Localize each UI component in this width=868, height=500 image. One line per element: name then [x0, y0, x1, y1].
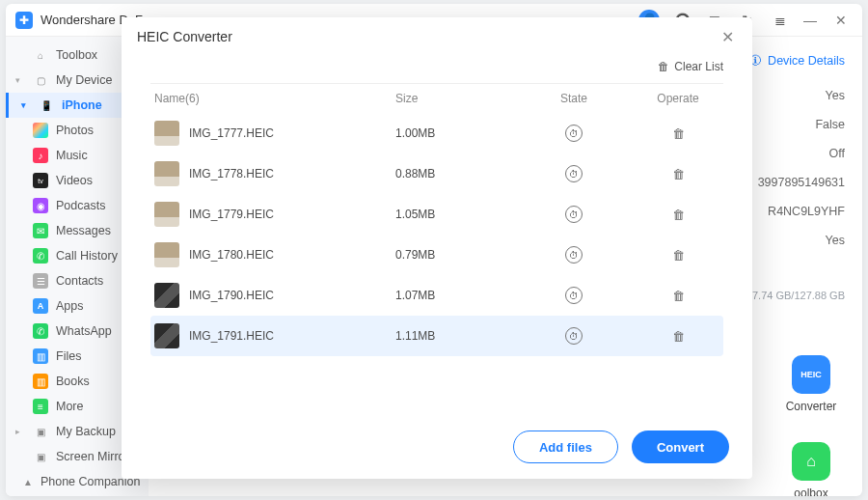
file-size: 1.05MB [395, 208, 511, 221]
file-thumbnail [154, 323, 179, 348]
sidebar-label: My Device [56, 73, 112, 87]
toolbox-icon [33, 47, 48, 63]
tool-label: Converter [777, 400, 845, 413]
sidebar-label: Books [56, 375, 90, 388]
device-detail-list: Yes False Off 3997895149631 R4NC9L9YHF Y… [758, 89, 845, 247]
table-header: Name(6) Size State Operate [150, 84, 723, 113]
col-state: State [511, 92, 637, 105]
sidebar-label: Call History [56, 249, 118, 263]
close-window-button[interactable]: ✕ [829, 9, 853, 32]
heic-icon [792, 355, 830, 394]
pending-state-icon [565, 125, 583, 142]
sidebar-label: Podcasts [56, 199, 105, 212]
sidebar-label: Files [56, 349, 81, 363]
file-table: Name(6) Size State Operate IMG_1777.HEIC… [150, 83, 723, 356]
delete-row-button[interactable] [669, 287, 687, 304]
col-size: Size [395, 92, 511, 105]
device-details-link[interactable]: Device Details [749, 54, 845, 68]
table-row[interactable]: IMG_1779.HEIC1.05MB [150, 194, 723, 235]
toolbox-card-icon [792, 442, 830, 481]
files-icon [33, 348, 48, 364]
file-name: IMG_1780.HEIC [189, 248, 274, 262]
sidebar-label: iPhone [62, 98, 102, 112]
detail-value: False [758, 118, 845, 131]
music-icon [33, 148, 48, 163]
minimize-button[interactable]: — [799, 9, 822, 32]
books-icon [33, 374, 48, 389]
file-name: IMG_1778.HEIC [189, 167, 274, 181]
file-size: 1.11MB [395, 329, 511, 343]
backup-icon [33, 424, 48, 439]
whatsapp-icon [33, 323, 48, 339]
table-row[interactable]: IMG_1791.HEIC1.11MB [150, 316, 723, 356]
tool-label: oolbox [777, 486, 845, 496]
table-row[interactable]: IMG_1780.HEIC0.79MB [150, 235, 723, 275]
more-icon [33, 399, 48, 414]
table-row[interactable]: IMG_1777.HEIC1.00MB [150, 113, 723, 153]
delete-row-button[interactable] [669, 165, 687, 182]
detail-value: Off [758, 147, 845, 160]
tool-card-toolbox[interactable]: oolbox [777, 442, 845, 496]
file-name: IMG_1777.HEIC [189, 126, 274, 140]
col-operate: Operate [637, 92, 719, 105]
iphone-icon [39, 97, 54, 113]
file-name: IMG_1790.HEIC [189, 289, 274, 302]
sidebar-label: My Backup [56, 425, 116, 438]
detail-value: Yes [758, 89, 845, 102]
detail-value: Yes [758, 234, 845, 247]
messages-icon [33, 223, 48, 238]
pending-state-icon [565, 165, 583, 182]
mirror-icon [33, 449, 48, 464]
sidebar-label: Music [56, 149, 88, 162]
file-thumbnail [154, 161, 179, 186]
trash-icon: 🗑 [658, 60, 669, 73]
device-details-label: Device Details [768, 54, 845, 68]
pending-state-icon [565, 206, 583, 223]
file-size: 0.79MB [395, 248, 511, 262]
sidebar-label: Contacts [56, 274, 103, 288]
table-row[interactable]: IMG_1778.HEIC0.88MB [150, 153, 723, 194]
apps-icon [33, 298, 48, 314]
menu-list-icon[interactable]: ≣ [770, 10, 791, 31]
sidebar-label: WhatsApp [56, 324, 112, 338]
clear-list-button[interactable]: 🗑 Clear List [658, 60, 723, 73]
modal-close-button[interactable]: ✕ [718, 27, 737, 46]
delete-row-button[interactable] [669, 246, 687, 264]
pending-state-icon [565, 246, 583, 264]
add-files-button[interactable]: Add files [513, 431, 618, 463]
heic-converter-modal: HEIC Converter ✕ 🗑 Clear List Name(6) Si… [122, 17, 752, 479]
app-logo-icon [15, 12, 33, 29]
modal-title: HEIC Converter [137, 29, 232, 44]
call-icon [33, 248, 48, 264]
sidebar-label: Messages [56, 224, 111, 237]
contacts-icon [33, 273, 48, 289]
delete-row-button[interactable] [669, 206, 687, 223]
sidebar-label: More [56, 400, 83, 413]
col-name: Name(6) [154, 92, 395, 105]
file-thumbnail [154, 242, 179, 267]
sidebar-label: Screen Mirror [56, 450, 129, 463]
detail-value: 3997895149631 [758, 176, 845, 189]
file-thumbnail [154, 283, 179, 308]
pending-state-icon [565, 287, 583, 304]
tool-card-heic-converter[interactable]: Converter [777, 355, 845, 413]
file-thumbnail [154, 202, 179, 227]
file-size: 0.88MB [395, 167, 511, 181]
file-thumbnail [154, 121, 179, 146]
videos-icon [33, 173, 48, 188]
convert-button[interactable]: Convert [632, 431, 729, 463]
delete-row-button[interactable] [669, 125, 687, 142]
photos-icon [33, 123, 48, 138]
podcasts-icon [33, 198, 48, 213]
file-name: IMG_1791.HEIC [189, 329, 274, 343]
sidebar-label: Videos [56, 174, 93, 187]
file-size: 1.00MB [395, 126, 511, 140]
file-name: IMG_1779.HEIC [189, 208, 274, 221]
table-row[interactable]: IMG_1790.HEIC1.07MB [150, 275, 723, 316]
delete-row-button[interactable] [669, 327, 687, 345]
clear-list-label: Clear List [674, 60, 723, 73]
app-window: Wondershare Dr.Fone 👤 🎧 ✉ ↻ ≣ — ✕ Toolbo… [6, 4, 862, 496]
companion-icon [23, 474, 33, 489]
sidebar-label: Photos [56, 124, 94, 137]
detail-value: R4NC9L9YHF [758, 205, 845, 218]
